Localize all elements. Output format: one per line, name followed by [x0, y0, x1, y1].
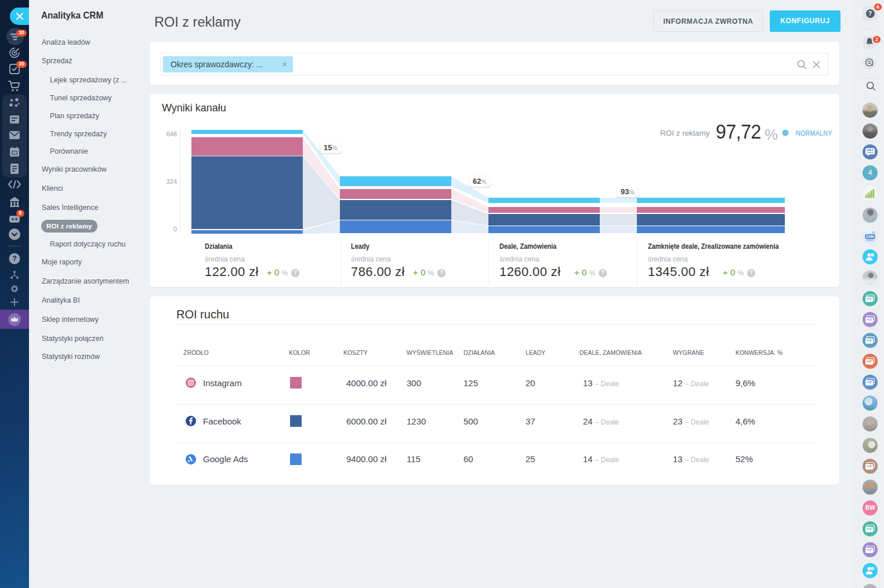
svg-text:CRM: CRM [866, 234, 874, 238]
svg-text:648: 648 [166, 130, 177, 137]
svg-text:?: ? [12, 255, 17, 263]
svg-text:324: 324 [166, 178, 177, 185]
svg-text:0: 0 [173, 226, 177, 233]
